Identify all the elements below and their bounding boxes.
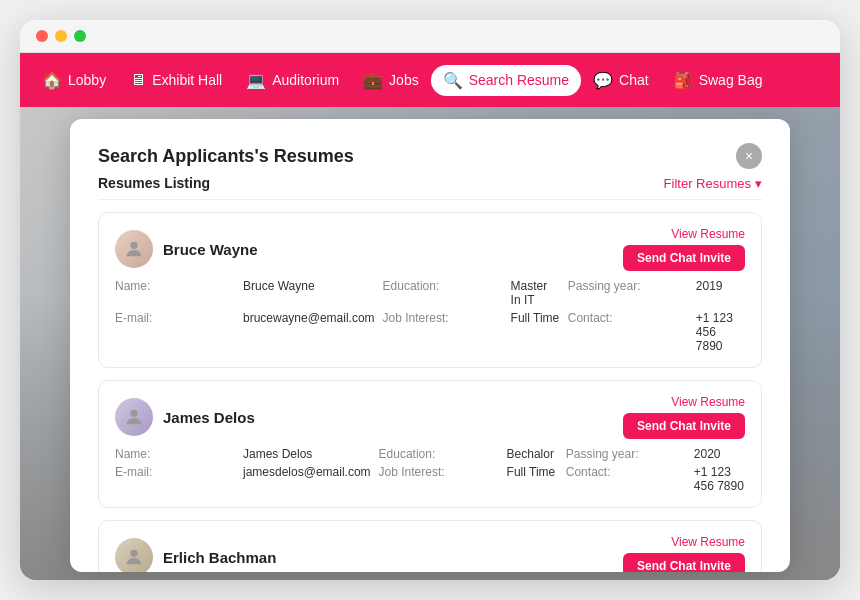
filter-button[interactable]: Filter Resumes ▾	[664, 176, 762, 191]
name-label: Name:	[115, 447, 235, 461]
contact-label: Contact:	[568, 311, 688, 353]
send-chat-button[interactable]: Send Chat Invite	[623, 413, 745, 439]
view-resume-button[interactable]: View Resume	[671, 227, 745, 241]
chevron-down-icon: ▾	[755, 176, 762, 191]
job-interest-value: Full Time	[507, 465, 558, 493]
job-interest-label: Job Interest:	[383, 311, 503, 353]
content-area: Search Applicants's Resumes × Resumes Li…	[20, 107, 840, 580]
applicants-list: Bruce Wayne View Resume Send Chat Invite…	[98, 212, 762, 572]
view-resume-button[interactable]: View Resume	[671, 395, 745, 409]
contact-value: +1 123 456 7890	[696, 311, 745, 353]
passing-year-label: Passing year:	[568, 279, 688, 307]
jobs-icon: 💼	[363, 71, 383, 90]
modal-title: Search Applicants's Resumes	[98, 146, 354, 167]
email-value: brucewayne@email.com	[243, 311, 375, 353]
app-window: 🏠 Lobby 🖥 Exhibit Hall 💻 Auditorium 💼 Jo…	[20, 20, 840, 580]
applicant-name-value: Bruce Wayne	[243, 279, 375, 307]
applicant-card: James Delos View Resume Send Chat Invite…	[98, 380, 762, 508]
auditorium-icon: 💻	[246, 71, 266, 90]
avatar	[115, 398, 153, 436]
card-name-row: Erlich Bachman	[115, 538, 276, 572]
title-bar	[20, 20, 840, 53]
chat-icon: 💬	[593, 71, 613, 90]
nav-bar: 🏠 Lobby 🖥 Exhibit Hall 💻 Auditorium 💼 Jo…	[20, 53, 840, 107]
maximize-dot[interactable]	[74, 30, 86, 42]
view-resume-button[interactable]: View Resume	[671, 535, 745, 549]
passing-year-label: Passing year:	[566, 447, 686, 461]
contact-value: +1 123 456 7890	[694, 465, 745, 493]
email-value: jamesdelos@email.com	[243, 465, 371, 493]
close-button[interactable]: ×	[736, 143, 762, 169]
exhibit-icon: 🖥	[130, 71, 146, 89]
card-actions: View Resume Send Chat Invite	[623, 227, 745, 271]
nav-item-exhibit-hall[interactable]: 🖥 Exhibit Hall	[118, 65, 234, 95]
search-resume-modal: Search Applicants's Resumes × Resumes Li…	[70, 119, 790, 572]
applicant-card: Erlich Bachman View Resume Send Chat Inv…	[98, 520, 762, 572]
nav-item-auditorium[interactable]: 💻 Auditorium	[234, 65, 351, 96]
nav-item-jobs[interactable]: 💼 Jobs	[351, 65, 431, 96]
send-chat-button[interactable]: Send Chat Invite	[623, 553, 745, 572]
applicant-name: Bruce Wayne	[163, 241, 257, 258]
job-interest-label: Job Interest:	[379, 465, 499, 493]
passing-year-value: 2019	[696, 279, 745, 307]
avatar	[115, 538, 153, 572]
svg-point-2	[130, 550, 137, 557]
applicant-name-value: James Delos	[243, 447, 371, 461]
name-label: Name:	[115, 279, 235, 307]
svg-point-1	[130, 410, 137, 417]
education-label: Education:	[383, 279, 503, 307]
section-title: Resumes Listing	[98, 175, 210, 191]
avatar	[115, 230, 153, 268]
card-actions: View Resume Send Chat Invite	[623, 395, 745, 439]
card-details: Name: Bruce Wayne Education: Master In I…	[115, 279, 745, 353]
card-top: Bruce Wayne View Resume Send Chat Invite	[115, 227, 745, 271]
card-actions: View Resume Send Chat Invite	[623, 535, 745, 572]
applicant-card: Bruce Wayne View Resume Send Chat Invite…	[98, 212, 762, 368]
card-name-row: Bruce Wayne	[115, 230, 257, 268]
nav-item-swag-bag[interactable]: 🎒 Swag Bag	[661, 65, 775, 96]
section-header: Resumes Listing Filter Resumes ▾	[98, 175, 762, 200]
job-interest-value: Full Time	[511, 311, 560, 353]
card-top: Erlich Bachman View Resume Send Chat Inv…	[115, 535, 745, 572]
svg-point-0	[130, 242, 137, 249]
send-chat-button[interactable]: Send Chat Invite	[623, 245, 745, 271]
email-label: E-mail:	[115, 311, 235, 353]
card-name-row: James Delos	[115, 398, 255, 436]
close-dot[interactable]	[36, 30, 48, 42]
card-details: Name: James Delos Education: Bechalor Pa…	[115, 447, 745, 493]
modal-header: Search Applicants's Resumes ×	[98, 143, 762, 169]
passing-year-value: 2020	[694, 447, 745, 461]
search-icon: 🔍	[443, 71, 463, 90]
nav-item-chat[interactable]: 💬 Chat	[581, 65, 661, 96]
applicant-name: James Delos	[163, 409, 255, 426]
minimize-dot[interactable]	[55, 30, 67, 42]
education-value: Bechalor	[507, 447, 558, 461]
home-icon: 🏠	[42, 71, 62, 90]
nav-item-search-resume[interactable]: 🔍 Search Resume	[431, 65, 581, 96]
swag-icon: 🎒	[673, 71, 693, 90]
nav-item-lobby[interactable]: 🏠 Lobby	[30, 65, 118, 96]
education-value: Master In IT	[511, 279, 560, 307]
education-label: Education:	[379, 447, 499, 461]
card-top: James Delos View Resume Send Chat Invite	[115, 395, 745, 439]
applicant-name: Erlich Bachman	[163, 549, 276, 566]
contact-label: Contact:	[566, 465, 686, 493]
email-label: E-mail:	[115, 465, 235, 493]
